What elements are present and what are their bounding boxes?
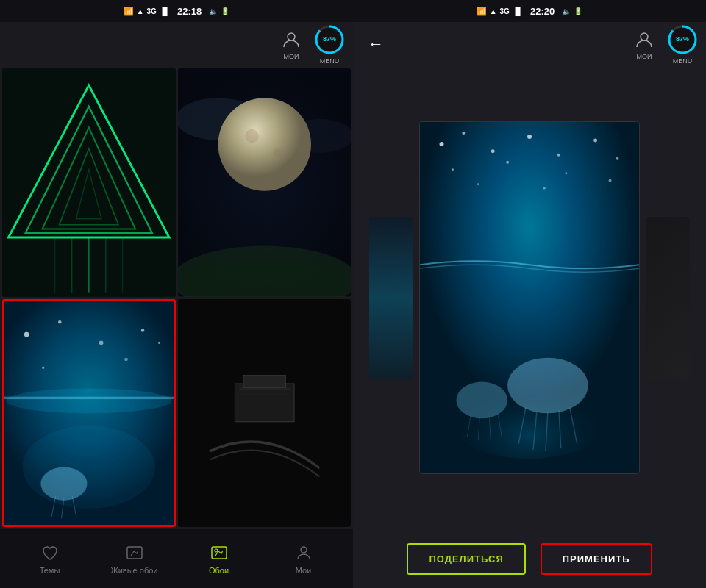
- svg-point-57: [616, 157, 619, 160]
- status-bar-content-right: 📶 ▲ 3G ▐▌ 22:20 🔈 🔋: [477, 6, 583, 17]
- preview-image: [419, 121, 640, 474]
- left-panel: 📶 ▲ 3G ▐▌ 22:18 🔈 🔋 МОИ: [0, 0, 353, 588]
- svg-point-28: [141, 329, 145, 332]
- status-time-right: 22:20: [530, 6, 555, 17]
- nav-live-wallpapers[interactable]: Живые обои: [92, 542, 176, 575]
- battery-percent-right: 87%: [676, 36, 689, 43]
- svg-rect-44: [212, 547, 227, 559]
- svg-rect-43: [127, 547, 142, 559]
- signal-icon-left: 📶: [124, 7, 134, 16]
- bottom-nav-left: Темы Живые обои Обои: [0, 529, 353, 588]
- svg-rect-40: [243, 375, 286, 387]
- signal-3g-left: 3G: [147, 7, 157, 15]
- svg-point-29: [42, 366, 44, 368]
- wifi-icon-right: ▲: [490, 7, 497, 15]
- svg-point-71: [456, 382, 507, 419]
- svg-point-62: [477, 183, 479, 185]
- svg-point-63: [543, 187, 546, 190]
- svg-point-31: [158, 341, 160, 343]
- svg-rect-32: [4, 396, 174, 398]
- menu-label-left: MENU: [320, 57, 340, 65]
- heart-icon: [40, 542, 60, 563]
- volume-icon-right: 🔈: [562, 7, 571, 15]
- svg-point-17: [218, 98, 311, 191]
- share-button[interactable]: ПОДЕЛИТЬСЯ: [407, 543, 525, 575]
- my-label: Мои: [296, 566, 312, 575]
- volume-icon-left: 🔈: [209, 7, 218, 15]
- status-bar-left: 📶 ▲ 3G ▐▌ 22:18 🔈 🔋: [0, 0, 353, 22]
- live-wallpapers-label: Живые обои: [111, 566, 158, 575]
- svg-point-60: [565, 172, 567, 174]
- apply-button[interactable]: ПРИМЕНИТЬ: [541, 543, 652, 575]
- menu-label-right: MENU: [673, 57, 693, 65]
- side-preview-left: [369, 217, 413, 379]
- grid-item-ocean[interactable]: [2, 299, 176, 528]
- preview-area: [353, 66, 706, 529]
- wifi-icon-left: ▲: [137, 7, 144, 15]
- action-buttons: ПОДЕЛИТЬСЯ ПРИМЕНИТЬ: [353, 529, 706, 588]
- svg-point-24: [6, 388, 172, 413]
- svg-point-61: [609, 179, 612, 182]
- nav-wallpapers[interactable]: Обои: [176, 542, 261, 575]
- svg-point-19: [273, 148, 282, 157]
- svg-point-18: [245, 129, 258, 143]
- svg-point-27: [99, 340, 104, 345]
- right-panel: 📶 ▲ 3G ▐▌ 22:20 🔈 🔋 ← МОИ: [353, 0, 706, 588]
- signal-3g-right: 3G: [500, 7, 510, 15]
- grid-item-dark[interactable]: [178, 299, 352, 528]
- menu-nav-left[interactable]: 87% MENU: [313, 24, 346, 65]
- svg-point-47: [641, 33, 648, 40]
- wallpaper-icon: [209, 542, 229, 563]
- svg-point-33: [23, 426, 155, 509]
- svg-point-55: [557, 154, 560, 157]
- status-time-left: 22:18: [177, 6, 202, 17]
- wallpaper-grid: [0, 66, 353, 529]
- svg-rect-42: [239, 393, 290, 395]
- person-icon-right: [632, 28, 656, 51]
- signal-bars-left: ▐▌: [160, 7, 170, 15]
- top-nav-right: ← МОИ 87% MENU: [353, 22, 706, 66]
- svg-point-65: [507, 358, 588, 414]
- grid-item-moon[interactable]: [178, 68, 352, 297]
- menu-nav-right[interactable]: 87% MENU: [666, 24, 699, 65]
- wallpapers-label: Обои: [209, 566, 229, 575]
- profile-label-left: МОИ: [284, 53, 299, 60]
- battery-icon-right: 🔋: [574, 7, 582, 15]
- battery-circle-right: 87%: [666, 24, 699, 56]
- svg-point-59: [506, 161, 509, 164]
- themes-label: Темы: [40, 566, 60, 575]
- svg-rect-41: [239, 387, 290, 390]
- profile-label-right: МОИ: [637, 53, 652, 60]
- top-nav-left: МОИ 87% MENU: [0, 22, 353, 66]
- battery-circle-left: 87%: [313, 24, 346, 56]
- nav-themes[interactable]: Темы: [7, 542, 92, 575]
- nav-my[interactable]: Мои: [261, 542, 346, 575]
- svg-point-51: [440, 142, 444, 146]
- signal-icon-right: 📶: [477, 7, 487, 16]
- side-preview-right: [646, 217, 690, 379]
- profile-nav-right[interactable]: МОИ: [632, 28, 656, 60]
- svg-point-54: [527, 135, 532, 139]
- svg-point-56: [593, 138, 597, 142]
- svg-point-46: [301, 547, 307, 553]
- person-nav-icon: [293, 542, 314, 563]
- svg-point-30: [124, 357, 128, 361]
- signal-bars-right: ▐▌: [513, 7, 523, 15]
- status-bar-right: 📶 ▲ 3G ▐▌ 22:20 🔈 🔋: [353, 0, 706, 22]
- svg-point-52: [462, 132, 465, 135]
- svg-point-58: [452, 168, 454, 171]
- svg-point-53: [491, 149, 495, 153]
- svg-point-26: [58, 320, 62, 323]
- svg-point-34: [40, 467, 87, 500]
- live-wallpaper-icon: [124, 542, 145, 563]
- battery-icon-left: 🔋: [221, 7, 229, 15]
- grid-item-triangle[interactable]: [2, 68, 176, 297]
- back-button[interactable]: ←: [360, 31, 391, 57]
- battery-percent-left: 87%: [323, 36, 336, 43]
- status-bar-content-left: 📶 ▲ 3G ▐▌ 22:18 🔈 🔋: [124, 6, 230, 17]
- svg-point-25: [24, 331, 29, 337]
- top-nav-right-icons: МОИ 87% MENU: [632, 24, 699, 65]
- svg-point-45: [215, 549, 218, 552]
- profile-nav-left[interactable]: МОИ: [279, 28, 303, 60]
- person-icon-left: [279, 28, 303, 51]
